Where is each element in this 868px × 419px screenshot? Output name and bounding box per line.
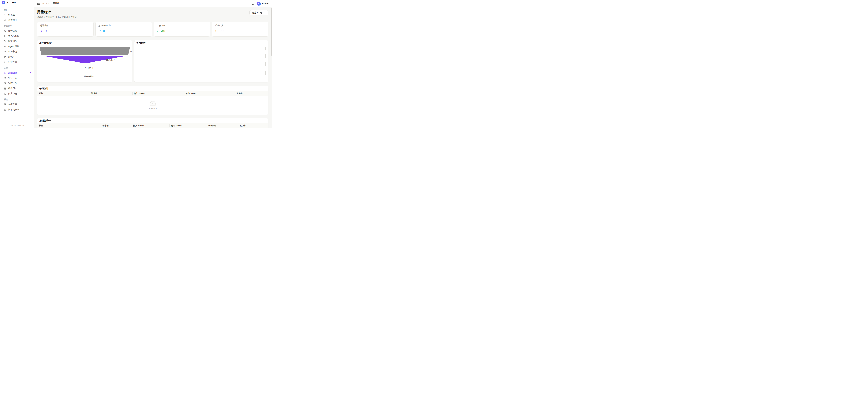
column-header-requests: 请求数 <box>90 91 132 96</box>
chevron-down-icon <box>265 12 267 14</box>
sidebar-item-sync-logs[interactable]: 同步日志 <box>2 91 32 96</box>
sidebar-item-label: 用量统计 <box>8 71 17 74</box>
file-text-icon <box>4 87 6 90</box>
users-icon <box>4 30 6 32</box>
funnel-card-title: 用户转化漏斗 <box>37 40 132 45</box>
sidebar-item-label: 角色与权限 <box>8 34 20 37</box>
funnel-chart-card: 用户转化漏斗 注册用户 活跃用户 今日使用 使用多模型 <box>37 40 132 83</box>
gauge-icon <box>4 13 6 16</box>
stat-label: 注册用户 <box>157 24 207 27</box>
stat-label: 活跃用户 <box>215 24 266 27</box>
sidebar-item-label: 提示词管理 <box>8 108 20 111</box>
stat-number: 30 <box>161 29 165 33</box>
sidebar-nav: 核心 仪表盘 计费管理 资源管理 账号管理 角色与权限 <box>0 5 34 123</box>
bot-icon <box>4 45 6 48</box>
panel-collapse-icon <box>37 2 40 5</box>
sidebar-item-api-keys[interactable]: API 密钥 <box>2 49 32 54</box>
user-name: Admin <box>262 2 269 5</box>
sidebar-item-industry-config[interactable]: 行业配置 <box>2 59 32 65</box>
cloud-icon <box>4 40 6 42</box>
breadcrumb-root[interactable]: ZCLAW <box>42 2 50 5</box>
sidebar-item-label: 仪表盘 <box>8 13 15 16</box>
stat-label: 总 TOKEN 数 <box>98 24 149 27</box>
moon-icon <box>252 2 254 5</box>
stat-card-total-tokens: 总 TOKEN 数 0 <box>95 22 152 37</box>
empty-state: No data <box>37 96 268 115</box>
zap-icon <box>40 29 43 32</box>
date-range-value: 最近 30 天 <box>252 11 262 14</box>
model-table-title: 按模型统计 <box>37 118 268 123</box>
daily-trend-card: 每日趋势 <box>134 40 268 83</box>
column-header-success-rate: 成功率 <box>238 123 268 128</box>
stats-row: 总请求数 0 总 TOKEN 数 0 注册用户 <box>37 22 268 37</box>
stat-card-total-requests: 总请求数 0 <box>37 22 94 37</box>
active-indicator-dot <box>30 72 31 73</box>
stat-value: 29 <box>215 29 266 33</box>
sidebar-item-dashboard[interactable]: 仪表盘 <box>2 12 32 18</box>
sidebar-item-roles[interactable]: 角色与权限 <box>2 33 32 38</box>
avatar: A <box>257 2 261 5</box>
nav-section-resources: 资源管理 账号管理 角色与权限 模型服务 Agent 模板 <box>2 25 32 65</box>
sidebar-item-system-config[interactable]: 系统配置 <box>2 102 32 107</box>
sidebar-item-agent-templates[interactable]: Agent 模板 <box>2 44 32 49</box>
date-range-select[interactable]: 最近 30 天 <box>249 10 268 15</box>
sidebar-item-label: 行业配置 <box>8 60 17 64</box>
sidebar-item-knowledge-base[interactable]: 知识库 <box>2 54 32 59</box>
page-subtitle: 查看模型使用情况、Token 消耗和用户转化 <box>37 16 76 19</box>
user-menu[interactable]: A Admin <box>257 2 269 5</box>
sidebar-item-label: 知识库 <box>8 55 15 58</box>
sidebar-item-models[interactable]: 模型服务 <box>2 38 32 44</box>
theme-toggle-button[interactable] <box>252 2 254 5</box>
brand-logo: Z <box>2 1 5 4</box>
funnel-stage-registered[interactable] <box>40 47 130 55</box>
page-head-text: 用量统计 查看模型使用情况、Token 消耗和用户转化 <box>37 10 76 19</box>
stat-card-registered-users: 注册用户 30 <box>154 22 210 37</box>
sidebar-item-prompt-management[interactable]: 提示词管理 <box>2 107 32 112</box>
nav-section-label: 运维 <box>2 67 32 69</box>
empty-state-text: No data <box>149 107 157 110</box>
funnel-label-today: 今日使用 <box>85 67 93 70</box>
sidebar-item-label: 账号管理 <box>8 29 17 32</box>
column-header-model: 模型 <box>39 123 101 128</box>
sidebar-item-label: 计费管理 <box>8 19 17 22</box>
column-header-requests: 请求数 <box>101 123 132 128</box>
funnel-label-multi-model: 使用多模型 <box>84 75 94 78</box>
trend-plot-area <box>145 47 266 76</box>
refresh-icon <box>4 92 6 95</box>
chat-dots-icon <box>4 108 6 111</box>
nav-section-label: 资源管理 <box>2 25 32 27</box>
app-window: Z ZCLAW 核心 仪表盘 计费管理 资源管理 账号管理 <box>0 0 272 128</box>
column-header-input-tokens: 输入 Token <box>132 91 184 96</box>
sidebar-item-billing[interactable]: 计费管理 <box>2 18 32 23</box>
store-icon <box>4 61 6 63</box>
column-header-devices: 设备数 <box>235 91 268 96</box>
gear-icon <box>4 103 6 106</box>
sidebar-collapse-button[interactable] <box>37 2 40 5</box>
users-icon <box>215 29 218 32</box>
daily-table-title: 每日统计 <box>37 86 268 91</box>
trend-card-title: 每日趋势 <box>134 40 268 45</box>
daily-stats-card: 每日统计 日期 请求数 输入 Token 输出 Token 设备数 No dat… <box>37 86 268 115</box>
crown-icon <box>4 19 6 21</box>
sidebar-item-operation-logs[interactable]: 操作日志 <box>2 86 32 91</box>
shield-check-icon <box>4 35 6 37</box>
funnel-label-registered: 注册用户 <box>130 50 132 53</box>
funnel-stage-active[interactable] <box>40 56 130 63</box>
brand-name: ZCLAW <box>7 1 16 4</box>
nav-section-label: 系统 <box>2 98 32 101</box>
page-title: 用量统计 <box>37 10 76 14</box>
sidebar-item-accounts[interactable]: 账号管理 <box>2 28 32 33</box>
empty-inbox-icon <box>149 101 157 106</box>
model-table-header: 模型 请求数 输入 Token 输出 Token 平均延迟 成功率 <box>37 123 268 128</box>
column-header-input-tokens: 输入 Token <box>132 123 169 128</box>
model-stats-card: 按模型统计 模型 请求数 输入 Token 输出 Token 平均延迟 成功率 <box>37 118 268 128</box>
sidebar-item-scheduled-tasks[interactable]: 定时任务 <box>2 81 32 86</box>
nav-section-operations: 运维 用量统计 中转任务 定时任务 操作日志 <box>2 67 32 96</box>
sidebar-item-usage-stats[interactable]: 用量统计 <box>2 70 32 76</box>
brand-header[interactable]: Z ZCLAW <box>0 0 34 5</box>
breadcrumb: ZCLAW / 用量统计 <box>42 2 62 5</box>
nav-section-label: 核心 <box>2 9 32 11</box>
book-icon <box>4 56 6 58</box>
sidebar-item-relay-tasks[interactable]: 中转任务 <box>2 76 32 81</box>
vertical-scrollbar-thumb[interactable] <box>271 8 272 56</box>
